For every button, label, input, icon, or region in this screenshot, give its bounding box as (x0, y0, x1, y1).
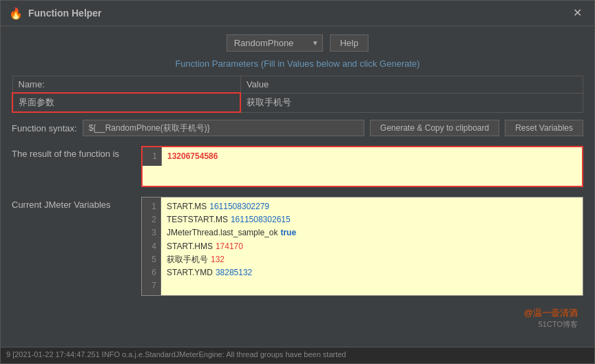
result-section: The result of the function is 1 13206754… (12, 146, 583, 187)
top-controls: RandomPhone ▼ Help (12, 34, 583, 52)
help-button[interactable]: Help (330, 34, 369, 52)
variables-label: Current JMeter Variables (12, 197, 136, 210)
watermark-sub: 51CTO博客 (539, 319, 583, 330)
variable-value: 1611508302615 (231, 213, 291, 226)
close-button[interactable]: ✕ (569, 6, 586, 20)
flame-icon: 🔥 (9, 7, 23, 20)
result-value: 13206754586 (162, 147, 582, 182)
col-name-header: Name: (12, 76, 240, 94)
params-table: Name: Value 界面参数获取手机号 (12, 76, 583, 113)
title-bar-left: 🔥 Function Helper (9, 7, 102, 20)
dialog-body: RandomPhone ▼ Help Function Parameters (… (1, 26, 594, 347)
dialog-window: 🔥 Function Helper ✕ RandomPhone ▼ Help F… (0, 0, 595, 364)
title-bar: 🔥 Function Helper ✕ (1, 1, 594, 26)
syntax-label: Function syntax: (12, 123, 77, 133)
bottom-log: 9 [2021-01-22 17:44:47.251 INFO o.a.j.e.… (1, 347, 594, 363)
variable-value: 174170 (216, 240, 243, 253)
window-title: Function Helper (28, 8, 102, 19)
variable-name: TESTSTART.MS (167, 213, 228, 226)
watermark-main: @温一壶清酒 (524, 307, 583, 319)
variable-name: START.HMS (167, 240, 213, 253)
result-label: The result of the function is (12, 146, 136, 159)
variables-content: START.MS 1611508302279TESTSTART.MS 16115… (161, 197, 583, 295)
variables-section: Current JMeter Variables 1234567 START.M… (12, 197, 583, 296)
variable-name: 获取手机号 (167, 253, 208, 266)
result-editor: 1 13206754586 (141, 146, 583, 187)
variables-editor: 1234567 START.MS 1611508302279TESTSTART.… (141, 197, 583, 296)
function-syntax-row: Function syntax: Generate & Copy to clip… (12, 120, 583, 136)
result-line-numbers: 1 (143, 147, 162, 166)
function-dropdown[interactable]: RandomPhone (227, 34, 323, 52)
variable-name: JMeterThread.last_sample_ok (167, 226, 278, 239)
reset-button[interactable]: Reset Variables (505, 120, 583, 136)
variables-line-numbers: 1234567 (142, 197, 161, 295)
params-header: Function Parameters (Fill in Values belo… (12, 58, 583, 69)
variable-value: true (280, 226, 296, 239)
variable-name: START.YMD (167, 266, 213, 279)
generate-button[interactable]: Generate & Copy to clipboard (370, 120, 499, 136)
variable-value: 38285132 (216, 266, 252, 279)
function-dropdown-container: RandomPhone ▼ (227, 34, 323, 52)
variable-value: 1611508302279 (209, 200, 269, 213)
syntax-input[interactable] (83, 120, 364, 136)
variable-value: 132 (211, 253, 225, 266)
col-value-header: Value (240, 76, 583, 94)
variable-name: START.MS (167, 200, 207, 213)
